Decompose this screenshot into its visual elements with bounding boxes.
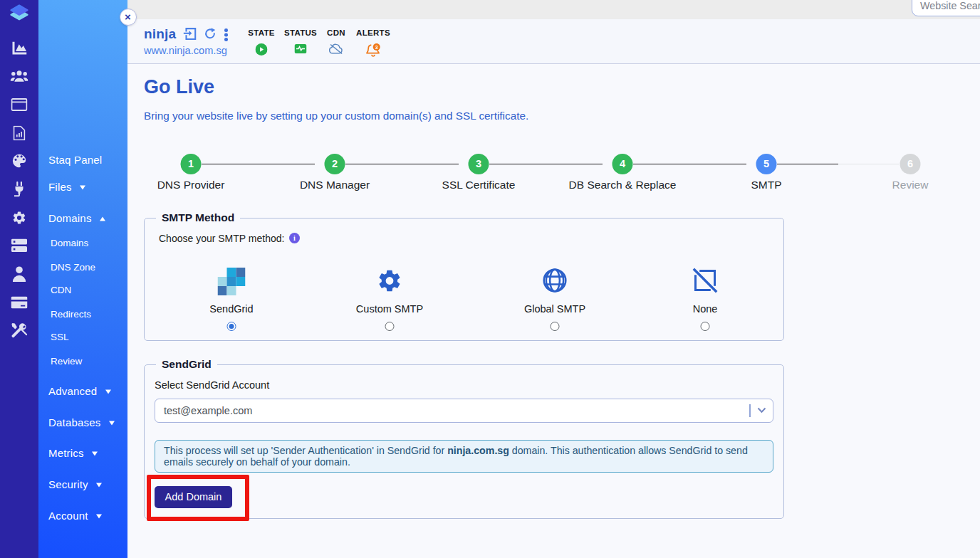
svg-text:3: 3	[375, 44, 378, 49]
